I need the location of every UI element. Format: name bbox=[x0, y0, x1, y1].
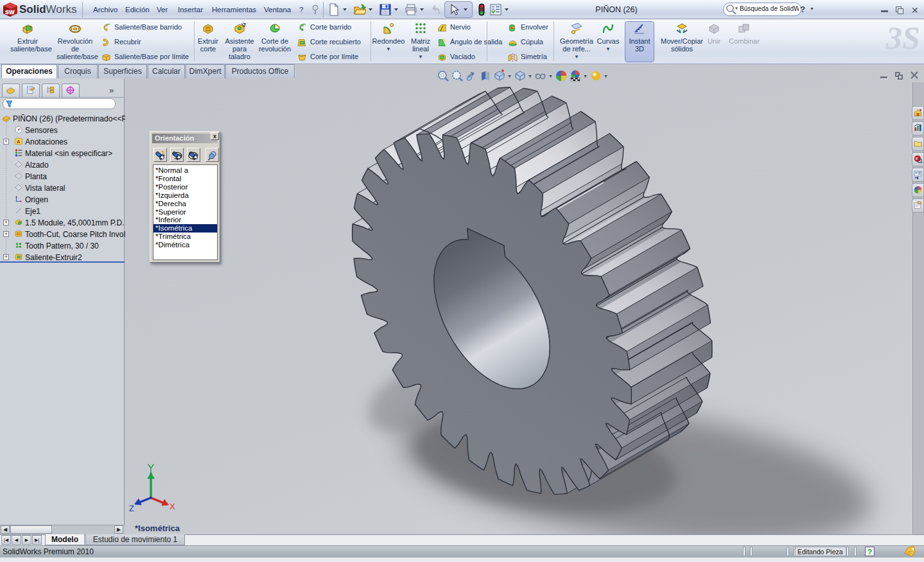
svg-text:Z: Z bbox=[129, 504, 134, 513]
svg-text:ED: ED bbox=[511, 27, 514, 30]
svg-text:A: A bbox=[17, 139, 21, 145]
svg-text:X: X bbox=[170, 502, 175, 511]
svg-text:SW: SW bbox=[5, 9, 15, 15]
